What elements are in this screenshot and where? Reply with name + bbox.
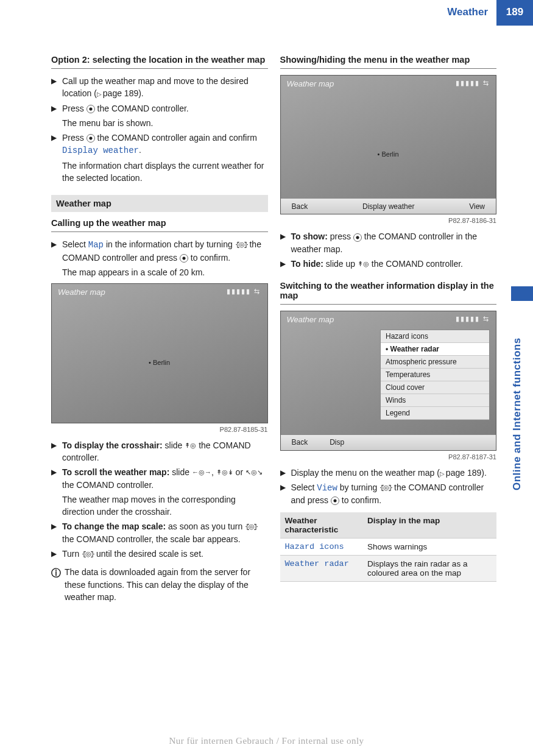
menu-item: Hazard icons xyxy=(381,330,489,343)
screenshot-title: Weather map xyxy=(287,315,334,324)
map-location-label: • Berlin xyxy=(149,359,170,366)
heading-calling-up: Calling up the weather map xyxy=(51,218,268,232)
step-text: Press the COMAND controller again and co… xyxy=(62,132,268,157)
ocr-text: Map xyxy=(88,240,104,250)
screenshot-dropdown: Hazard icons • Weather radar Atmospheric… xyxy=(380,330,490,420)
step: ▶ To show: press the COMAND controller i… xyxy=(280,230,497,255)
turn-controller-icon: ⦃◎⦄ xyxy=(379,484,392,491)
step-text: To scroll the weather map: slide ←◎→, ↟◎… xyxy=(62,466,268,491)
slide-lr-icon: ←◎→ xyxy=(192,469,211,476)
step: ▶ Turn ⦃◎⦄ until the desired scale is se… xyxy=(51,548,268,560)
step-text: Press the COMAND controller. xyxy=(62,102,268,115)
page-header: Weather 189 xyxy=(0,0,533,26)
map-location-label: • Berlin xyxy=(378,150,399,158)
step-marker-icon: ▶ xyxy=(51,439,62,464)
menu-back: Back xyxy=(281,438,319,447)
step-marker-icon: ▶ xyxy=(51,466,62,491)
step-marker-icon: ▶ xyxy=(51,75,62,100)
step-text: Turn ⦃◎⦄ until the desired scale is set. xyxy=(62,548,268,560)
screenshot-menu-bar: Back Disp xyxy=(281,434,496,450)
slide-ud-icon: ↟◎↡ xyxy=(216,469,233,476)
step-text: To hide: slide up ↟◎ the COMAND controll… xyxy=(291,258,497,270)
screenshot-weather-map-1: Weather map ▮▮▮▮▮ ⇆ • Berlin xyxy=(51,283,268,423)
step-marker-icon: ▶ xyxy=(280,230,291,255)
table-cell: Displays the rain radar as a coloured ar… xyxy=(362,556,496,582)
turn-controller-icon: ⦃◎⦄ xyxy=(235,241,247,249)
table-cell: Hazard icons xyxy=(280,539,363,556)
table-cell: Weather radar xyxy=(280,556,363,582)
heading-switch-display: Switching to the weather information dis… xyxy=(280,281,497,305)
signal-bars-icon: ▮▮▮▮▮ ⇆ xyxy=(227,288,261,295)
press-controller-icon xyxy=(86,134,95,143)
screenshot-code: P82.87-8185-31 xyxy=(51,426,268,433)
step-text: Select View by turning ⦃◎⦄ the COMAND co… xyxy=(291,481,497,507)
slide-up-icon: ↟◎ xyxy=(358,260,369,267)
step-marker-icon: ▶ xyxy=(51,102,62,115)
table-row: Weather radar Displays the rain radar as… xyxy=(280,556,497,582)
step: ▶ To scroll the weather map: slide ←◎→, … xyxy=(51,466,268,491)
step: ▶ To display the crosshair: slide ↟◎ the… xyxy=(51,439,268,464)
screenshot-title: Weather map xyxy=(58,288,105,297)
section-heading-weather-map: Weather map xyxy=(51,195,268,212)
step-marker-icon: ▶ xyxy=(280,467,291,479)
step-text: Select Map in the information chart by t… xyxy=(62,238,268,264)
step-text: To show: press the COMAND controller in … xyxy=(291,230,497,255)
screenshot-menu-bar: Back Display weather View xyxy=(281,198,496,214)
step: ▶ To change the map scale: as soon as yo… xyxy=(51,520,268,545)
table-row: Hazard icons Shows warnings xyxy=(280,539,497,556)
side-tab-marker xyxy=(511,286,533,301)
step-marker-icon: ▶ xyxy=(280,481,291,507)
menu-view: View xyxy=(458,202,496,211)
step-text: To change the map scale: as soon as you … xyxy=(62,520,268,545)
menu-disp: Disp xyxy=(319,438,355,447)
table-cell: Shows warnings xyxy=(362,539,496,556)
press-controller-icon xyxy=(331,496,339,505)
screenshot-code: P82.87-8186-31 xyxy=(280,217,497,224)
slide-up-icon: ↟◎ xyxy=(185,442,196,449)
screenshot-weather-map-3: Weather map ▮▮▮▮▮ ⇆ Hazard icons • Weath… xyxy=(280,311,497,450)
page-number: 189 xyxy=(496,0,533,26)
table-header: Weather characteristic xyxy=(280,512,363,539)
screenshot-weather-map-2: Weather map ▮▮▮▮▮ ⇆ • Berlin Back Displa… xyxy=(280,75,497,214)
xref-icon xyxy=(97,88,103,98)
menu-item: Winds xyxy=(381,394,489,407)
step-result: The information chart displays the curre… xyxy=(62,160,268,185)
right-column: Showing/hiding the menu in the weather m… xyxy=(280,50,497,609)
heading-option2: Option 2: selecting the location in the … xyxy=(51,55,268,69)
step: ▶ Call up the weather map and move to th… xyxy=(51,75,268,100)
press-controller-icon xyxy=(180,254,188,263)
signal-bars-icon: ▮▮▮▮▮ ⇆ xyxy=(456,315,490,323)
step: ▶ To hide: slide up ↟◎ the COMAND contro… xyxy=(280,258,497,270)
menu-item: Temperatures xyxy=(381,369,489,381)
step-text: Display the menu on the weather map (pag… xyxy=(291,467,497,479)
heading-show-hide-menu: Showing/hiding the menu in the weather m… xyxy=(280,55,497,69)
xref-icon xyxy=(440,468,446,478)
signal-bars-icon: ▮▮▮▮▮ ⇆ xyxy=(456,79,490,87)
press-controller-icon xyxy=(353,233,362,242)
ocr-text: Display weather xyxy=(62,146,139,155)
step-marker-icon: ▶ xyxy=(280,258,291,270)
info-text: The data is downloaded again from the se… xyxy=(65,566,268,603)
screenshot-title: Weather map xyxy=(287,79,334,88)
info-note: ⓘ The data is downloaded again from the … xyxy=(51,566,268,603)
slide-diag-icon: ↖◎↘ xyxy=(245,469,263,476)
header-title: Weather xyxy=(447,0,496,26)
step-marker-icon: ▶ xyxy=(51,548,62,560)
menu-display-weather: Display weather xyxy=(319,202,458,211)
step-text: To display the crosshair: slide ↟◎ the C… xyxy=(62,439,268,464)
step: ▶ Press the COMAND controller again and … xyxy=(51,132,268,157)
press-controller-icon xyxy=(86,105,95,113)
step: ▶ Press the COMAND controller. xyxy=(51,102,268,115)
ocr-text: View xyxy=(317,483,337,493)
step: ▶ Select View by turning ⦃◎⦄ the COMAND … xyxy=(280,481,497,507)
step-text: Call up the weather map and move to the … xyxy=(62,75,268,100)
footer-watermark: Nur für internen Gebrauch / For internal… xyxy=(0,736,533,746)
step: ▶ Display the menu on the weather map (p… xyxy=(280,467,497,479)
table-header: Display in the map xyxy=(362,512,496,539)
info-icon: ⓘ xyxy=(51,566,65,603)
screenshot-code: P82.87-8187-31 xyxy=(280,453,497,461)
menu-item-selected: • Weather radar xyxy=(381,343,489,356)
menu-item: Atmospheric pressure xyxy=(381,356,489,369)
side-section-label: Online and Internet functions xyxy=(511,305,529,524)
step-marker-icon: ▶ xyxy=(51,238,62,264)
